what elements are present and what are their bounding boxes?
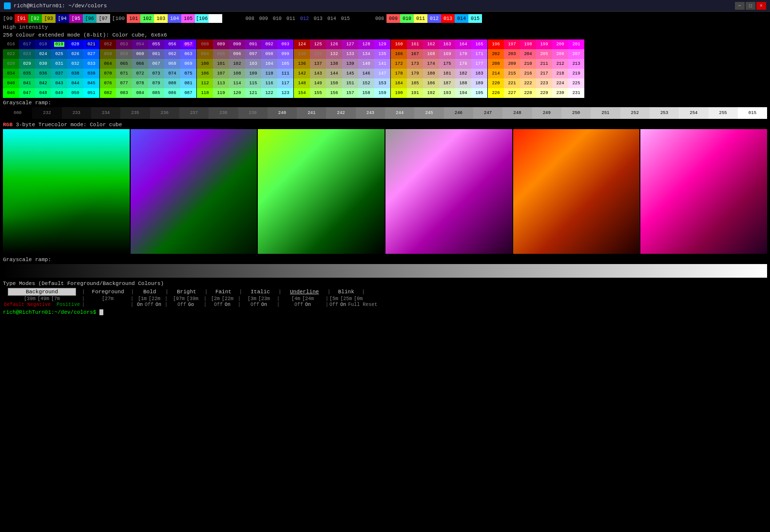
- tm-blink-col: Blink: [331, 289, 361, 295]
- type-modes-label: Type Modes (Default Foreground/Backgroun…: [3, 281, 767, 286]
- bracket-open: [90: [3, 16, 13, 21]
- color-008b: 008: [373, 14, 386, 23]
- code-7m: [7m: [51, 296, 60, 302]
- sep3: |: [165, 289, 169, 295]
- color-011b: 011: [414, 14, 427, 23]
- terminal-content: [90 [91 [92 [93 [94 [95 [96 [97 [100 101…: [0, 12, 770, 317]
- val-full-reset: Full Reset: [348, 302, 377, 307]
- high-intensity-row: [90 [91 [92 [93 [94 [95 [96 [97 [100 101…: [3, 14, 767, 23]
- color-010: 010: [270, 14, 284, 23]
- color-96: [96: [83, 14, 96, 23]
- sep4: |: [205, 289, 208, 295]
- val-off-underline: Off: [294, 302, 303, 307]
- blink-values: Off On Full Reset: [329, 302, 377, 307]
- color-97: [97: [96, 14, 110, 23]
- color-013b: 013: [441, 14, 455, 23]
- color-104: 104: [168, 14, 181, 23]
- faint-values: Off On: [208, 302, 237, 307]
- truecolor-section-label: RGB 3-byte Truecolor mode: Color cube: [3, 122, 767, 128]
- code-4m: [4m: [291, 296, 300, 302]
- code-0m: [0m: [354, 296, 363, 302]
- italic-values: Off On: [242, 302, 276, 307]
- hi-bracket-100: [100: [112, 16, 125, 21]
- val-on-faint: On: [225, 302, 231, 307]
- val-on-italic: On: [261, 302, 267, 307]
- bold-label: Bold: [143, 289, 156, 295]
- tm-background-col: Background: [3, 288, 81, 296]
- val-off-italic: Off: [250, 302, 259, 307]
- window-controls: − □ ×: [735, 2, 766, 10]
- color-014: 014: [325, 14, 339, 23]
- fg-codes: [27m: [86, 296, 130, 302]
- color-015b: 015: [468, 14, 482, 23]
- tc-block-6: [640, 129, 767, 254]
- close-button[interactable]: ×: [756, 2, 766, 10]
- bold-codes: [1m [22m: [135, 296, 164, 302]
- blink-codes: [5m [25m [0m: [329, 296, 363, 302]
- tc-block-4: [385, 129, 512, 254]
- code-22mb: [22m: [222, 296, 233, 302]
- terminal-prompt: rich@RichTurn01:~/dev/colors$: [3, 309, 767, 315]
- color-92: [92: [28, 14, 42, 23]
- tc-block-1: [3, 129, 130, 254]
- code-3m: [3m: [248, 296, 256, 302]
- color-009: 009: [257, 14, 270, 23]
- underline-codes: [4m [24m: [281, 296, 325, 302]
- underline-label: Underline: [290, 289, 319, 295]
- minimize-button[interactable]: −: [735, 2, 745, 10]
- grayscale-label: Grayscale ramp:: [3, 100, 767, 106]
- tc-block-5: [513, 129, 640, 254]
- color-105: 105: [181, 14, 195, 23]
- italic-codes: [3m [23m: [242, 296, 276, 302]
- type-modes-header-row: Background | Foreground | Bold | Bright …: [3, 288, 767, 296]
- color-94: [94: [56, 14, 69, 23]
- val-off-bold: Off: [145, 302, 154, 307]
- italic-label: Italic: [250, 289, 270, 295]
- background-label: Background: [8, 288, 76, 296]
- bright-codes: [97m [39m: [169, 296, 203, 302]
- color-group-4: 124 125 126 127 128 129 130 131 132 133 …: [294, 39, 390, 98]
- window-title: rich@RichTurn01: ~/dev/colors: [14, 3, 107, 9]
- code-1m: [1m: [138, 296, 147, 302]
- color-group-1: 016 017 018 019 020 021 022 023 024 025 …: [3, 39, 99, 98]
- color-cube-grid: 016 017 018 019 020 021 022 023 024 025 …: [3, 39, 767, 98]
- code-22m: [22m: [149, 296, 160, 302]
- terminal-icon: [4, 2, 11, 9]
- color-102: 102: [140, 14, 154, 23]
- code-2m: [2m: [211, 296, 220, 302]
- tc-block-3: [258, 129, 385, 254]
- val-on2-bold: On: [155, 302, 161, 307]
- color-group-6: 196 197 198 199 200 201 202 203 204 205 …: [488, 39, 584, 98]
- color-012b: 012: [427, 14, 441, 23]
- truecolor-label: 3-byte Truecolor mode: Color cube: [16, 122, 122, 128]
- bg-values: Default Negative Positive: [3, 302, 81, 307]
- sep2: |: [131, 289, 135, 295]
- hi-gap: [226, 16, 239, 21]
- code-49m: [49m: [38, 296, 49, 302]
- bold-values: On Off On: [135, 302, 164, 307]
- maximize-button[interactable]: □: [746, 2, 755, 10]
- val-off-blink: Off: [329, 302, 338, 307]
- grayscale-ramp: 000 232 233 234 235 236 237 238 239 240 …: [3, 107, 767, 119]
- section-256-label: 256 colour extended mode (8-bit): Color …: [3, 32, 767, 38]
- prompt-text: rich@RichTurn01:~/dev/colors$: [3, 309, 99, 315]
- type-modes-codes-row: [39m [49m [7m | [27m | [1m [22m | [97m […: [3, 296, 767, 302]
- grayscale2-section: Grayscale ramp:: [3, 257, 767, 278]
- type-modes-section: Type Modes (Default Foreground/Backgroun…: [3, 281, 767, 307]
- color-010b: 010: [400, 14, 414, 23]
- tm-bold-col: Bold: [135, 289, 164, 295]
- code-25m: [25m: [340, 296, 352, 302]
- color-008: 008: [243, 14, 257, 23]
- color-015: 015: [339, 14, 352, 23]
- sep8: |: [362, 289, 365, 295]
- type-modes-values-row: Default Negative Positive | | On Off On …: [3, 302, 767, 307]
- val-on-bright: Go: [188, 302, 194, 307]
- grayscale2-label: Grayscale ramp:: [3, 257, 767, 263]
- bright-values: Off Go: [169, 302, 203, 307]
- code-27m: [27m: [102, 296, 114, 302]
- sep7: |: [327, 289, 331, 295]
- color-013: 013: [311, 14, 325, 23]
- foreground-label: Foreground: [92, 289, 124, 295]
- color-95: [95: [69, 14, 83, 23]
- tc-block-2: [131, 129, 257, 254]
